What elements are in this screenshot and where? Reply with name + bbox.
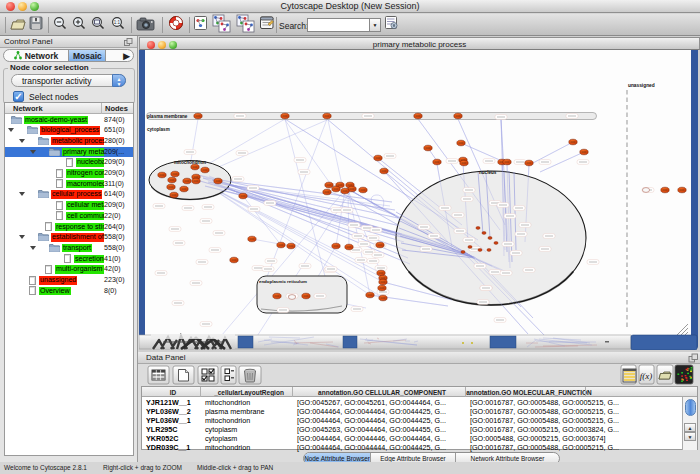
svg-text:unassigned: unassigned xyxy=(628,83,655,88)
svg-text:endoplasmic reticulum: endoplasmic reticulum xyxy=(259,279,307,284)
svg-text:cytoplasm: cytoplasm xyxy=(147,127,170,132)
svg-text:f(x): f(x) xyxy=(640,371,653,381)
svg-text:nucleus: nucleus xyxy=(479,170,497,175)
svg-text:1:1: 1:1 xyxy=(114,20,121,25)
svg-text:mitochondrion: mitochondrion xyxy=(174,160,206,165)
svg-text:plasma membrane: plasma membrane xyxy=(147,114,188,119)
